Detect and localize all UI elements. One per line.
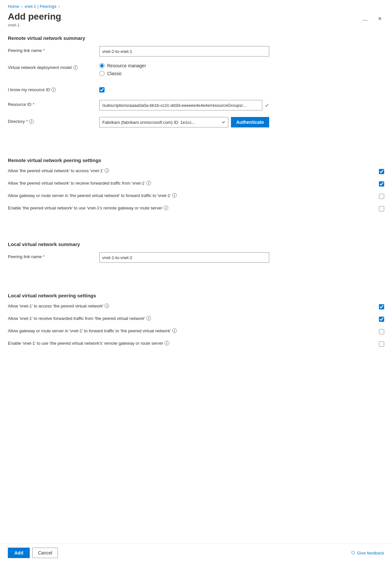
remote-setting-label-3: Enable 'the peered virtual network' to u… [8, 206, 379, 210]
resource-id-input[interactable] [99, 100, 262, 110]
radio-classic[interactable]: Classic [99, 71, 384, 76]
remote-peering-settings-heading: Remote virtual network peering settings [8, 157, 384, 163]
local-setting-info-3[interactable]: i [165, 341, 169, 345]
peering-link-control [99, 46, 384, 57]
remote-setting-checkbox-0[interactable] [379, 169, 384, 174]
directory-info-icon[interactable]: i [29, 119, 34, 124]
resource-id-row: Resource ID * ✓ [8, 100, 384, 110]
local-setting-label-0: Allow 'vnet-1' to access 'the peered vir… [8, 304, 379, 308]
local-setting-checkbox-0[interactable] [379, 304, 384, 309]
spacer-5 [8, 269, 384, 280]
breadcrumb-sep2: › [58, 4, 60, 9]
page-header: Add peering vnet-1 ... × [0, 10, 392, 33]
breadcrumb-vnet[interactable]: vnet-1 | Peerings [24, 4, 57, 9]
local-peering-link-required: * [43, 254, 45, 259]
authenticate-button[interactable]: Authenticate [231, 117, 269, 127]
deployment-model-control: Resource manager Classic [99, 63, 384, 79]
resource-id-checkbox-label: I know my resource ID i [8, 85, 99, 92]
resource-id-checkbox-row: I know my resource ID i [8, 85, 384, 93]
remote-setting-label-1: Allow 'the peered virtual network' to re… [8, 181, 379, 186]
local-setting-row-1: Allow 'vnet-1' to receive forwarded traf… [8, 316, 384, 322]
page-title: Add peering [8, 11, 61, 22]
remote-setting-label-0: Allow 'the peered virtual network' to ac… [8, 168, 379, 173]
peering-link-required: * [43, 48, 45, 53]
give-feedback-link[interactable]: 🗨 Give feedback [351, 551, 384, 555]
local-setting-checkbox-1[interactable] [379, 317, 384, 322]
remote-setting-row-2: Allow gateway or route server in 'the pe… [8, 193, 384, 199]
ellipsis-button[interactable]: ... [360, 14, 370, 24]
directory-required: * [26, 119, 28, 124]
page-subtitle: vnet-1 [8, 23, 61, 27]
resource-id-checkbox-info-icon[interactable]: i [51, 88, 56, 92]
spacer-4 [8, 228, 384, 239]
deployment-model-info-icon[interactable]: i [73, 65, 78, 70]
remote-summary-heading: Remote virtual network summary [8, 35, 384, 41]
bottom-left: Add Cancel [8, 548, 58, 558]
remote-setting-checkbox-2[interactable] [379, 194, 384, 199]
feedback-label: Give feedback [357, 551, 384, 555]
page-container: Home › vnet-1 | Peerings › Add peering v… [0, 0, 392, 379]
header-actions: ... × [360, 11, 384, 24]
local-setting-label-2: Allow gateway or route server in 'vnet-1… [8, 328, 379, 333]
breadcrumb: Home › vnet-1 | Peerings › [0, 0, 392, 10]
local-setting-label-1: Allow 'vnet-1' to receive forwarded traf… [8, 316, 379, 321]
resource-id-label: Resource ID * [8, 100, 99, 107]
feedback-icon: 🗨 [351, 551, 355, 555]
local-peering-link-input[interactable] [99, 252, 269, 263]
resource-id-required: * [33, 102, 34, 107]
add-button[interactable]: Add [8, 548, 30, 558]
peering-link-input[interactable] [99, 46, 269, 57]
remote-setting-info-3[interactable]: i [164, 206, 168, 210]
local-setting-row-3: Enable 'vnet-1' to use 'the peered virtu… [8, 341, 384, 347]
spacer-2 [8, 144, 384, 155]
remote-setting-checkbox-1[interactable] [379, 181, 384, 187]
local-peering-settings-heading: Local virtual network peering settings [8, 293, 384, 298]
directory-select[interactable]: Fabrikam (fabrikam.onmicrosoft.com) ID: … [99, 117, 228, 127]
cancel-button[interactable]: Cancel [32, 548, 58, 558]
local-peering-link-control [99, 252, 384, 263]
remote-setting-info-1[interactable]: i [146, 181, 151, 185]
local-setting-row-0: Allow 'vnet-1' to access 'the peered vir… [8, 304, 384, 309]
local-setting-info-0[interactable]: i [105, 304, 109, 308]
local-setting-info-1[interactable]: i [146, 316, 151, 321]
resource-id-control: ✓ [99, 100, 384, 110]
local-peering-link-label: Peering link name * [8, 252, 99, 259]
radio-resource-manager-input[interactable] [99, 63, 105, 68]
page-title-block: Add peering vnet-1 [8, 11, 61, 27]
spacer-1 [8, 134, 384, 144]
bottom-bar: Add Cancel 🗨 Give feedback [0, 543, 392, 562]
directory-label: Directory * i [8, 117, 99, 124]
close-button[interactable]: × [375, 14, 384, 24]
local-setting-info-2[interactable]: i [172, 328, 177, 333]
local-setting-row-2: Allow gateway or route server in 'vnet-1… [8, 328, 384, 334]
remote-setting-row-3: Enable 'the peered virtual network' to u… [8, 206, 384, 211]
peering-link-row: Peering link name * [8, 46, 384, 57]
local-setting-label-3: Enable 'vnet-1' to use 'the peered virtu… [8, 341, 379, 346]
radio-resource-manager[interactable]: Resource manager [99, 63, 384, 68]
resource-id-field: ✓ [99, 100, 269, 110]
local-setting-checkbox-3[interactable] [379, 341, 384, 347]
remote-setting-row-0: Allow 'the peered virtual network' to ac… [8, 168, 384, 174]
spacer-6 [8, 280, 384, 290]
main-content: Remote virtual network summary Peering l… [0, 35, 392, 379]
local-setting-checkbox-2[interactable] [379, 329, 384, 334]
resource-id-check-icon: ✓ [265, 102, 269, 108]
deployment-model-label: Virtual network deployment model i [8, 63, 99, 70]
directory-field: Fabrikam (fabrikam.onmicrosoft.com) ID: … [99, 117, 269, 127]
remote-setting-row-1: Allow 'the peered virtual network' to re… [8, 181, 384, 187]
remote-setting-checkbox-3[interactable] [379, 206, 384, 211]
directory-control: Fabrikam (fabrikam.onmicrosoft.com) ID: … [99, 117, 384, 127]
remote-setting-info-0[interactable]: i [105, 168, 109, 173]
deployment-model-row: Virtual network deployment model i Resou… [8, 63, 384, 79]
local-peering-link-row: Peering link name * [8, 252, 384, 263]
resource-id-checkbox[interactable] [99, 87, 105, 92]
resource-id-checkbox-control [99, 85, 384, 93]
radio-classic-input[interactable] [99, 71, 105, 76]
directory-row: Directory * i Fabrikam (fabrikam.onmicro… [8, 117, 384, 127]
breadcrumb-sep1: › [21, 4, 23, 9]
peering-link-label: Peering link name * [8, 46, 99, 53]
bottom-spacer [8, 353, 384, 379]
breadcrumb-home[interactable]: Home [8, 4, 19, 9]
remote-setting-info-2[interactable]: i [172, 193, 177, 198]
spacer-3 [8, 218, 384, 228]
